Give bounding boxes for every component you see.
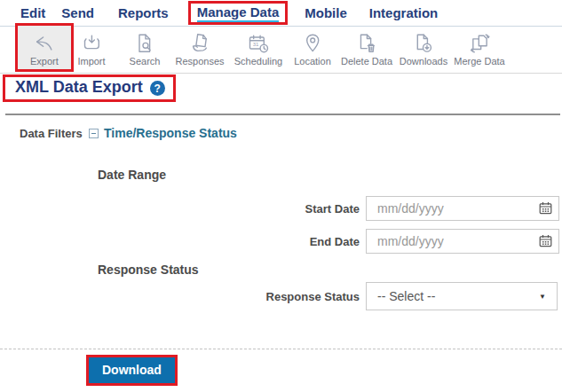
manage-data-toolbar: Export Import Search	[0, 27, 562, 74]
response-status-label: Response Status	[253, 290, 360, 303]
toolbar-item-scheduling[interactable]: 31 Scheduling	[234, 30, 282, 67]
end-date-field-wrap	[366, 229, 559, 254]
start-date-label: Start Date	[253, 202, 360, 216]
toolbar-item-label: Location	[294, 56, 331, 67]
toolbar-item-delete-data[interactable]: Delete Data	[341, 30, 392, 67]
calendar-picker-icon[interactable]	[539, 201, 552, 215]
calendar-picker-icon[interactable]	[539, 234, 552, 247]
toolbar-item-label: Import	[77, 56, 105, 67]
toolbar-item-location[interactable]: Location	[294, 30, 331, 67]
end-date-input[interactable]	[366, 229, 559, 254]
highlight-box-page-title: XML Data Export ?	[3, 74, 176, 102]
import-tray-icon	[80, 30, 103, 55]
svg-text:31: 31	[253, 42, 259, 47]
nav-item-send[interactable]: Send	[61, 5, 94, 20]
toolbar-item-label: Merge Data	[454, 56, 504, 67]
page-title: XML Data Export	[15, 78, 143, 97]
toolbar-item-export[interactable]: Export	[15, 23, 74, 72]
nav-item-integration[interactable]: Integration	[369, 5, 439, 20]
response-status-select[interactable]: -- Select -- ▼	[366, 282, 558, 310]
document-search-icon	[133, 30, 156, 55]
calendar-clock-icon: 31	[247, 30, 270, 55]
document-download-icon	[412, 30, 435, 55]
download-button[interactable]: Download	[89, 357, 175, 383]
toolbar-item-label: Delete Data	[341, 56, 392, 67]
filter-group-label[interactable]: Time/Response Status	[104, 126, 237, 140]
top-nav: Edit Send Reports Manage Data Mobile Int…	[0, 0, 562, 27]
toolbar-item-label: Responses	[175, 56, 224, 67]
toolbar-item-label: Export	[30, 56, 59, 67]
export-arrow-icon	[33, 30, 56, 55]
nav-item-manage-data[interactable]: Manage Data	[197, 4, 280, 22]
document-trash-icon	[355, 30, 378, 55]
help-question-icon[interactable]: ?	[150, 81, 165, 96]
toolbar-item-search[interactable]: Search	[130, 30, 161, 67]
nav-item-mobile[interactable]: Mobile	[305, 5, 347, 20]
date-range-heading: Date Range	[98, 168, 166, 182]
map-pin-icon	[301, 30, 324, 55]
toolbar-item-downloads[interactable]: Downloads	[400, 30, 447, 67]
time-response-status-toggle[interactable]: Time/Response Status	[89, 126, 237, 140]
toolbar-item-merge-data[interactable]: Merge Data	[454, 30, 504, 67]
data-filters-label: Data Filters	[20, 127, 89, 140]
collapse-minus-icon[interactable]	[89, 129, 99, 138]
chevron-down-icon: ▼	[539, 293, 546, 301]
toolbar-item-import[interactable]: Import	[77, 30, 105, 67]
toolbar-item-label: Scheduling	[234, 56, 282, 67]
footer-dashed-divider	[0, 349, 562, 349]
title-divider	[5, 114, 560, 115]
merge-documents-icon	[468, 30, 491, 55]
toolbar-item-responses[interactable]: Responses	[175, 30, 224, 67]
document-hand-icon	[188, 30, 211, 55]
nav-item-reports[interactable]: Reports	[118, 5, 169, 20]
toolbar-item-label: Downloads	[400, 56, 447, 67]
data-filters-row: Data Filters Time/Response Status	[20, 126, 237, 140]
response-status-heading: Response Status	[98, 263, 199, 277]
start-date-field-wrap	[366, 196, 559, 221]
response-status-selected-value: -- Select --	[377, 289, 435, 303]
nav-item-edit[interactable]: Edit	[20, 5, 45, 20]
xml-data-export-screen: Edit Send Reports Manage Data Mobile Int…	[0, 0, 562, 392]
highlight-box-manage-data: Manage Data	[188, 1, 289, 25]
highlight-box-download: Download	[86, 355, 178, 386]
end-date-label: End Date	[253, 235, 360, 248]
toolbar-item-label: Search	[130, 56, 161, 67]
start-date-input[interactable]	[366, 196, 559, 221]
